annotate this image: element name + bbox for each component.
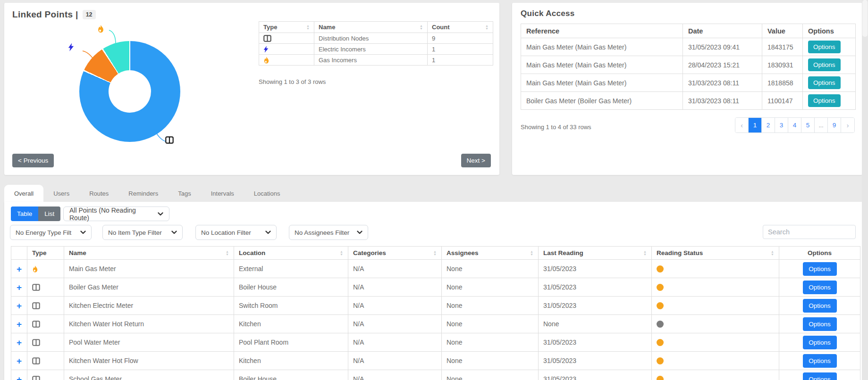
sort-icon[interactable] <box>226 250 229 256</box>
options-button[interactable]: Options <box>808 76 841 89</box>
distribution-node-icon <box>165 135 174 144</box>
tab-routes[interactable]: Routes <box>79 185 118 202</box>
col-options: Options <box>779 247 860 260</box>
col-name[interactable]: Name <box>314 22 428 33</box>
location-cell: Boiler House <box>234 370 348 380</box>
scrollbar-thumb[interactable] <box>862 0 868 37</box>
table-row: Main Gas Meter (Main Gas Meter) 31/05/20… <box>521 38 856 56</box>
expand-row-icon[interactable]: + <box>17 282 22 292</box>
location-cell: Kitchen <box>234 352 348 370</box>
tab-locations[interactable]: Locations <box>244 185 290 202</box>
last-reading-cell: 31/05/2023 <box>539 370 652 380</box>
sort-icon[interactable] <box>530 250 533 256</box>
sort-icon[interactable] <box>306 25 310 30</box>
tab-tags[interactable]: Tags <box>168 185 201 202</box>
categories-cell: N/A <box>348 315 442 333</box>
reading-route-select[interactable]: All Points (No Reading Route) <box>63 207 169 221</box>
assignees-cell: None <box>442 315 539 333</box>
col-last-reading[interactable]: Last Reading <box>539 247 652 260</box>
options-button[interactable]: Options <box>808 41 841 53</box>
col-assignees[interactable]: Assignees <box>442 247 539 260</box>
table-header-row: Type Name Location Categories Assignees … <box>11 247 860 260</box>
col-location[interactable]: Location <box>234 247 348 260</box>
options-button[interactable]: Options <box>803 317 837 331</box>
reading-status-indicator <box>657 284 664 291</box>
tab-overall[interactable]: Overall <box>4 185 43 202</box>
expand-row-icon[interactable]: + <box>17 374 22 380</box>
table-row: + School Gas Meter Boiler House N/A None… <box>11 370 860 380</box>
expand-row-icon[interactable]: + <box>17 338 22 347</box>
table-header-row: Type Name Count <box>259 22 493 33</box>
quick-access-table: Reference Date Value Options Main Gas Me… <box>521 24 856 110</box>
expand-row-icon[interactable]: + <box>17 301 22 311</box>
options-button[interactable]: Options <box>803 281 837 294</box>
linked-points-count-badge: 12 <box>83 10 96 19</box>
sort-icon[interactable] <box>340 250 343 256</box>
tab-reminders[interactable]: Reminders <box>118 185 168 202</box>
location-filter-select[interactable]: No Location Filter <box>195 225 277 240</box>
col-count[interactable]: Count <box>428 22 493 33</box>
sort-icon[interactable] <box>420 25 423 30</box>
date-cell: 31/03/2023 08:11 <box>683 74 762 92</box>
last-reading-cell: 31/05/2023 <box>539 333 652 352</box>
table-view-button[interactable]: Table <box>11 207 38 221</box>
expand-row-icon[interactable]: + <box>17 264 22 274</box>
search-input[interactable] <box>763 225 856 239</box>
list-view-button[interactable]: List <box>38 207 60 221</box>
next-button[interactable]: Next > <box>461 154 491 167</box>
options-button[interactable]: Options <box>803 299 837 313</box>
pagination-page-3[interactable]: 3 <box>775 118 788 132</box>
sort-icon[interactable] <box>771 250 774 256</box>
options-button[interactable]: Options <box>803 372 837 380</box>
sort-icon[interactable] <box>485 25 489 30</box>
col-categories[interactable]: Categories <box>348 247 442 260</box>
location-cell: Kitchen <box>234 315 348 333</box>
pagination-prev[interactable]: ‹ <box>735 118 749 132</box>
item-type-filter-select[interactable]: No Item Type Filter <box>102 225 183 240</box>
options-button[interactable]: Options <box>808 94 841 107</box>
options-button[interactable]: Options <box>803 336 837 349</box>
pagination-page-1[interactable]: 1 <box>749 118 762 132</box>
table-row: + Main Gas Meter External N/A None 31/05… <box>11 260 860 278</box>
reference-cell: Main Gas Meter (Main Gas Meter) <box>521 38 683 56</box>
col-name[interactable]: Name <box>64 247 234 260</box>
distribution-node-icon <box>32 339 40 346</box>
distribution-node-icon <box>32 284 40 291</box>
assignees-filter-select[interactable]: No Assignees Filter <box>289 225 368 240</box>
table-row: Main Gas Meter (Main Gas Meter) 31/03/20… <box>521 74 856 92</box>
linked-points-title-row: Linked Points | 12 <box>12 9 96 20</box>
location-cell: External <box>234 260 348 278</box>
page-scrollbar[interactable] <box>862 0 868 380</box>
energy-type-filter-select[interactable]: No Energy Type Filt <box>10 225 92 240</box>
pagination-page-9[interactable]: 9 <box>828 118 841 132</box>
sort-icon[interactable] <box>643 250 647 256</box>
col-type[interactable]: Type <box>259 22 314 33</box>
options-button[interactable]: Options <box>808 58 841 71</box>
col-options: Options <box>803 24 856 38</box>
sort-icon[interactable] <box>433 250 437 256</box>
expand-row-icon[interactable]: + <box>17 319 22 329</box>
pagination-ellipsis: ... <box>815 118 828 132</box>
assignees-cell: None <box>442 297 539 315</box>
table-row: Gas Incomers 1 <box>259 55 493 66</box>
options-button[interactable]: Options <box>803 262 837 276</box>
tab-users[interactable]: Users <box>43 185 79 202</box>
col-reading-status[interactable]: Reading Status <box>652 247 779 260</box>
pagination-page-2[interactable]: 2 <box>762 118 775 132</box>
pagination-page-4[interactable]: 4 <box>788 118 801 132</box>
pagination-next[interactable]: › <box>841 118 854 132</box>
linked-points-donut-chart[interactable] <box>79 41 180 142</box>
previous-button[interactable]: < Previous <box>12 154 54 167</box>
chevron-down-icon <box>171 231 177 234</box>
value-cell: 1843175 <box>762 38 803 56</box>
options-button[interactable]: Options <box>803 354 837 368</box>
pagination-page-5[interactable]: 5 <box>801 118 815 132</box>
type-count: 1 <box>428 55 493 66</box>
pagination: ‹ 1 2 3 4 5 ... 9 › <box>735 117 855 133</box>
tab-intervals[interactable]: Intervals <box>201 185 244 202</box>
gas-flame-icon <box>97 24 104 33</box>
expand-row-icon[interactable]: + <box>17 356 22 366</box>
electric-bolt-icon <box>68 42 74 51</box>
table-header-row: Reference Date Value Options <box>521 24 856 38</box>
gas-flame-icon <box>32 265 38 273</box>
